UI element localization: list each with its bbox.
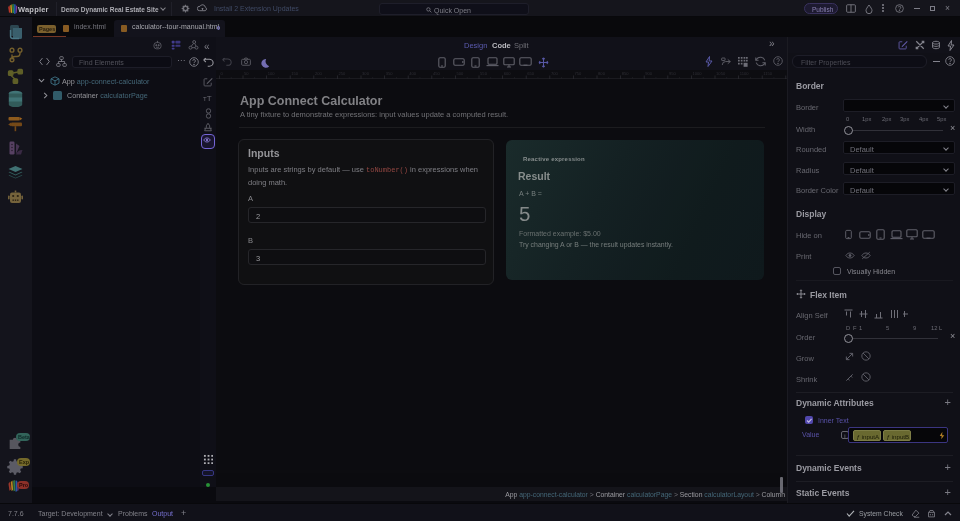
svg-text:950: 950 xyxy=(669,71,677,76)
svg-text:1150: 1150 xyxy=(763,71,773,76)
svg-text:400: 400 xyxy=(409,71,417,76)
svg-text:550: 550 xyxy=(480,71,488,76)
svg-text:150: 150 xyxy=(291,71,299,76)
svg-text:300: 300 xyxy=(362,71,370,76)
svg-text:0: 0 xyxy=(221,71,224,76)
svg-text:800: 800 xyxy=(598,71,606,76)
svg-text:750: 750 xyxy=(575,71,583,76)
svg-text:100: 100 xyxy=(268,71,276,76)
svg-text:250: 250 xyxy=(339,71,347,76)
svg-text:850: 850 xyxy=(622,71,630,76)
svg-text:650: 650 xyxy=(527,71,535,76)
svg-text:1000: 1000 xyxy=(693,71,703,76)
svg-text:600: 600 xyxy=(504,71,512,76)
svg-text:500: 500 xyxy=(457,71,465,76)
svg-text:350: 350 xyxy=(386,71,394,76)
svg-text:900: 900 xyxy=(645,71,653,76)
svg-text:1050: 1050 xyxy=(716,71,726,76)
svg-text:450: 450 xyxy=(433,71,441,76)
svg-text:200: 200 xyxy=(315,71,323,76)
svg-text:50: 50 xyxy=(244,71,249,76)
svg-text:700: 700 xyxy=(551,71,559,76)
svg-text:1100: 1100 xyxy=(740,71,750,76)
